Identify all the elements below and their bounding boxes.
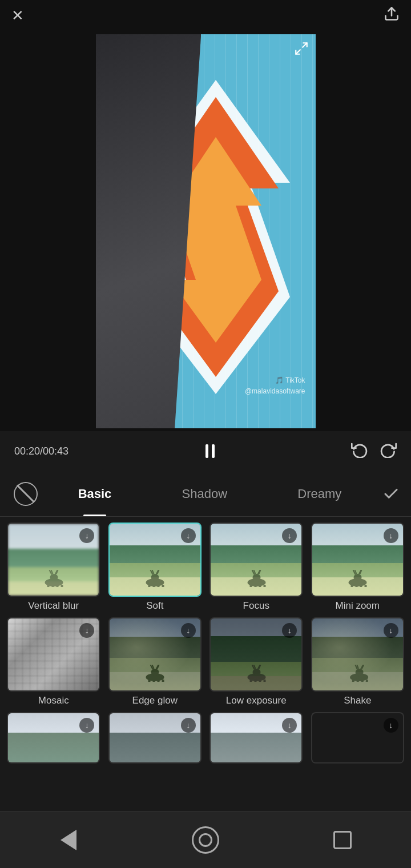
filter-label-shake: Shake	[344, 695, 371, 706]
filter-item-shake[interactable]: ↓ Shake	[310, 617, 406, 706]
svg-rect-21	[254, 585, 256, 587]
svg-rect-44	[352, 680, 354, 682]
confirm-button[interactable]	[377, 480, 405, 508]
svg-point-19	[252, 574, 260, 581]
svg-rect-32	[148, 680, 151, 682]
svg-rect-9	[51, 585, 54, 587]
filter-item-focus[interactable]: ↓ Focus	[208, 523, 304, 612]
tab-active-indicator	[83, 515, 106, 516]
filter-tabs-bar: Basic Shadow Dreamy	[0, 471, 411, 517]
undo-button[interactable]	[351, 441, 368, 462]
filter-item-soft[interactable]: ↓ Soft	[107, 523, 203, 612]
filter-thumb-soft: ↓	[108, 523, 202, 597]
svg-point-7	[50, 574, 58, 581]
filter-thumb-partial4: ↓	[311, 712, 404, 763]
svg-rect-28	[360, 585, 362, 587]
pause-button[interactable]	[206, 444, 215, 458]
filter-label-mosaic: Mosaic	[38, 695, 69, 706]
filter-thumb-vertical-blur: ↓	[7, 523, 100, 597]
filter-item-partial1[interactable]: ↓	[6, 712, 102, 763]
svg-rect-11	[61, 585, 63, 587]
download-badge-soft[interactable]: ↓	[181, 528, 196, 543]
top-bar: ✕	[0, 0, 411, 31]
download-badge-partial2[interactable]: ↓	[181, 718, 196, 733]
svg-rect-27	[356, 585, 358, 587]
filter-thumb-edge-glow: ↓	[108, 617, 202, 692]
bottom-navigation	[0, 811, 411, 868]
svg-rect-39	[254, 680, 256, 682]
filter-thumb-mini-zoom: ↓	[311, 523, 404, 597]
filter-item-mini-zoom[interactable]: ↓ Mini zoom	[310, 523, 406, 612]
username-watermark: @malavidasoftware	[245, 386, 305, 397]
download-badge-edge-glow[interactable]: ↓	[181, 623, 196, 638]
no-filter-icon	[14, 482, 38, 506]
svg-rect-17	[162, 585, 164, 587]
tab-shadow[interactable]: Shadow	[171, 471, 239, 516]
filter-item-vertical-blur[interactable]: ↓ Vertical blur	[6, 523, 102, 612]
filter-label-low-exposure: Low exposure	[226, 695, 287, 706]
controls-bar: 00:20/00:43	[0, 431, 411, 471]
tab-dreamy[interactable]: Dreamy	[286, 471, 353, 516]
svg-rect-8	[47, 585, 49, 587]
home-icon	[192, 826, 219, 854]
svg-rect-41	[263, 680, 265, 682]
svg-rect-16	[158, 585, 160, 587]
filter-thumb-partial3: ↓	[209, 712, 303, 763]
filter-row-1: ↓ Vertical blur ↓ Soft	[6, 523, 405, 612]
download-badge-partial4[interactable]: ↓	[384, 718, 398, 733]
svg-rect-45	[357, 680, 359, 682]
filter-item-edge-glow[interactable]: ↓ Edge glow	[107, 617, 203, 706]
close-button[interactable]: ✕	[11, 7, 24, 25]
filter-grid: ↓ Vertical blur ↓ Soft	[0, 517, 411, 811]
filter-thumb-focus: ↓	[209, 523, 303, 597]
svg-rect-33	[153, 680, 155, 682]
svg-line-4	[303, 43, 307, 47]
tab-basic[interactable]: Basic	[67, 471, 123, 516]
upload-button[interactable]	[384, 6, 400, 26]
svg-rect-26	[351, 585, 353, 587]
nav-home-button[interactable]	[188, 823, 223, 857]
svg-rect-46	[361, 680, 364, 682]
filter-thumb-mosaic: ↓	[7, 617, 100, 692]
svg-rect-23	[263, 585, 265, 587]
filter-thumb-partial2: ↓	[108, 712, 202, 763]
filter-row-3: ↓ ↓ ↓ ↓	[6, 712, 405, 763]
no-filter-button[interactable]	[9, 477, 43, 511]
filter-thumb-low-exposure: ↓	[209, 617, 303, 692]
expand-button[interactable]	[293, 40, 310, 57]
nav-recent-button[interactable]	[325, 823, 360, 857]
filter-label-vertical-blur: Vertical blur	[28, 600, 79, 612]
filter-thumb-partial1: ↓	[7, 712, 100, 763]
filter-item-partial3[interactable]: ↓	[208, 712, 304, 763]
filter-label-mini-zoom: Mini zoom	[336, 600, 380, 612]
svg-rect-10	[56, 585, 58, 587]
redo-button[interactable]	[380, 441, 397, 462]
nav-back-button[interactable]	[51, 823, 86, 857]
filter-item-low-exposure[interactable]: ↓ Low exposure	[208, 617, 304, 706]
svg-line-5	[296, 50, 300, 54]
svg-rect-34	[158, 680, 160, 682]
filter-item-mosaic[interactable]: ↓ Mosaic	[6, 617, 102, 706]
tiktok-logo: 🎵 TikTok	[245, 375, 305, 386]
time-display: 00:20/00:43	[14, 445, 68, 457]
tabs-row: Basic Shadow Dreamy	[43, 471, 377, 516]
back-icon	[61, 830, 76, 850]
video-container: 🎵 TikTok @malavidasoftware	[0, 31, 411, 431]
download-badge-mini-zoom[interactable]: ↓	[384, 528, 398, 543]
download-badge-shake[interactable]: ↓	[384, 623, 398, 638]
recent-icon	[333, 831, 352, 849]
svg-point-37	[252, 669, 260, 676]
svg-rect-22	[259, 585, 261, 587]
svg-rect-15	[153, 585, 155, 587]
filter-label-focus: Focus	[243, 600, 269, 612]
filter-item-partial4[interactable]: ↓	[310, 712, 406, 763]
svg-point-31	[151, 669, 159, 676]
svg-point-13	[151, 574, 159, 581]
filter-label-soft: Soft	[146, 600, 163, 612]
svg-rect-14	[148, 585, 151, 587]
video-frame: 🎵 TikTok @malavidasoftware	[96, 34, 316, 428]
filter-thumb-shake: ↓	[311, 617, 404, 692]
svg-rect-35	[162, 680, 164, 682]
svg-rect-29	[365, 585, 367, 587]
filter-item-partial2[interactable]: ↓	[107, 712, 203, 763]
